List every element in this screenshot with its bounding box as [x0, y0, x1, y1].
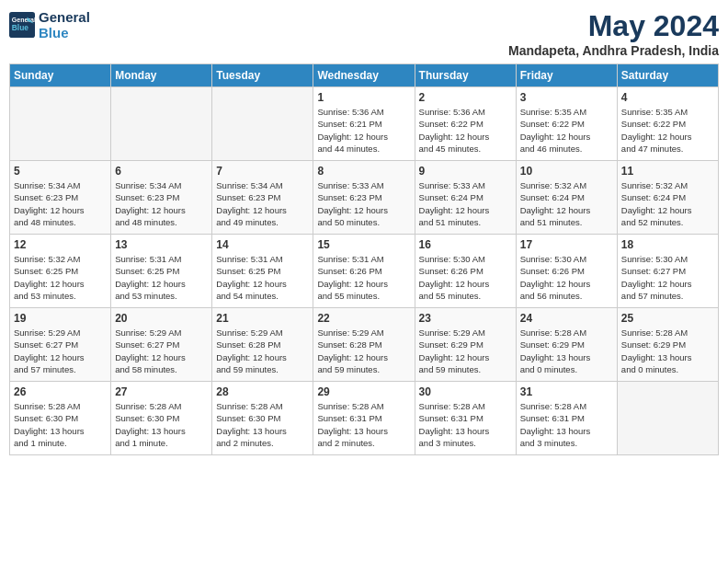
day-number: 18 [621, 238, 714, 251]
day-info: Sunrise: 5:28 AM Sunset: 6:30 PM Dayligh… [115, 400, 208, 449]
day-info: Sunrise: 5:33 AM Sunset: 6:23 PM Dayligh… [317, 179, 410, 228]
day-info: Sunrise: 5:30 AM Sunset: 6:26 PM Dayligh… [520, 253, 613, 302]
weekday-header: Tuesday [212, 64, 313, 87]
calendar-cell: 20Sunrise: 5:29 AM Sunset: 6:27 PM Dayli… [111, 308, 212, 382]
day-number: 10 [520, 165, 613, 178]
day-info: Sunrise: 5:32 AM Sunset: 6:24 PM Dayligh… [520, 179, 613, 228]
day-number: 19 [14, 312, 107, 325]
calendar-week-row: 5Sunrise: 5:34 AM Sunset: 6:23 PM Daylig… [10, 161, 719, 235]
day-info: Sunrise: 5:35 AM Sunset: 6:22 PM Dayligh… [621, 106, 714, 155]
day-info: Sunrise: 5:36 AM Sunset: 6:21 PM Dayligh… [317, 106, 410, 155]
day-number: 8 [317, 165, 410, 178]
calendar-cell [111, 87, 212, 161]
day-info: Sunrise: 5:34 AM Sunset: 6:23 PM Dayligh… [216, 179, 309, 228]
day-info: Sunrise: 5:29 AM Sunset: 6:27 PM Dayligh… [14, 327, 107, 375]
weekday-header: Friday [516, 64, 617, 87]
day-number: 1 [317, 91, 410, 104]
day-info: Sunrise: 5:34 AM Sunset: 6:23 PM Dayligh… [115, 179, 208, 228]
calendar-cell: 3Sunrise: 5:35 AM Sunset: 6:22 PM Daylig… [516, 87, 617, 161]
day-info: Sunrise: 5:28 AM Sunset: 6:29 PM Dayligh… [621, 327, 714, 375]
day-info: Sunrise: 5:36 AM Sunset: 6:22 PM Dayligh… [419, 106, 512, 155]
day-info: Sunrise: 5:32 AM Sunset: 6:25 PM Dayligh… [14, 253, 107, 302]
weekday-header: Thursday [415, 64, 516, 87]
day-number: 11 [621, 165, 714, 178]
calendar-week-row: 12Sunrise: 5:32 AM Sunset: 6:25 PM Dayli… [10, 235, 719, 308]
day-info: Sunrise: 5:32 AM Sunset: 6:24 PM Dayligh… [621, 179, 714, 228]
day-info: Sunrise: 5:30 AM Sunset: 6:27 PM Dayligh… [621, 253, 714, 302]
calendar-cell: 23Sunrise: 5:29 AM Sunset: 6:29 PM Dayli… [415, 308, 516, 382]
page-header: General Blue General Blue May 2024 Manda… [9, 9, 719, 58]
month-title: May 2024 [508, 9, 719, 43]
day-number: 12 [14, 238, 107, 251]
calendar-cell: 4Sunrise: 5:35 AM Sunset: 6:22 PM Daylig… [617, 87, 718, 161]
day-info: Sunrise: 5:29 AM Sunset: 6:28 PM Dayligh… [317, 327, 410, 375]
day-info: Sunrise: 5:34 AM Sunset: 6:23 PM Dayligh… [14, 179, 107, 228]
calendar-week-row: 19Sunrise: 5:29 AM Sunset: 6:27 PM Dayli… [10, 308, 719, 382]
day-info: Sunrise: 5:29 AM Sunset: 6:27 PM Dayligh… [115, 327, 208, 375]
calendar-cell: 28Sunrise: 5:28 AM Sunset: 6:30 PM Dayli… [212, 382, 313, 455]
calendar-cell: 16Sunrise: 5:30 AM Sunset: 6:26 PM Dayli… [415, 235, 516, 308]
svg-text:Blue: Blue [12, 23, 28, 32]
day-number: 3 [520, 91, 613, 104]
day-info: Sunrise: 5:31 AM Sunset: 6:25 PM Dayligh… [216, 253, 309, 302]
calendar-cell: 10Sunrise: 5:32 AM Sunset: 6:24 PM Dayli… [516, 161, 617, 235]
day-number: 30 [419, 385, 512, 398]
calendar-cell: 1Sunrise: 5:36 AM Sunset: 6:21 PM Daylig… [313, 87, 415, 161]
calendar-cell: 18Sunrise: 5:30 AM Sunset: 6:27 PM Dayli… [617, 235, 718, 308]
day-number: 24 [520, 312, 613, 325]
day-info: Sunrise: 5:28 AM Sunset: 6:31 PM Dayligh… [419, 400, 512, 449]
day-number: 20 [115, 312, 208, 325]
calendar-cell [10, 87, 111, 161]
day-info: Sunrise: 5:29 AM Sunset: 6:28 PM Dayligh… [216, 327, 309, 375]
calendar-cell: 14Sunrise: 5:31 AM Sunset: 6:25 PM Dayli… [212, 235, 313, 308]
day-number: 28 [216, 385, 309, 398]
day-number: 27 [115, 385, 208, 398]
logo-icon: General Blue [9, 12, 35, 38]
calendar-cell: 17Sunrise: 5:30 AM Sunset: 6:26 PM Dayli… [516, 235, 617, 308]
day-number: 15 [317, 238, 410, 251]
weekday-header: Sunday [10, 64, 111, 87]
calendar-week-row: 26Sunrise: 5:28 AM Sunset: 6:30 PM Dayli… [10, 382, 719, 455]
weekday-header: Saturday [617, 64, 718, 87]
logo-general: General [39, 9, 90, 25]
location: Mandapeta, Andhra Pradesh, India [508, 43, 719, 58]
day-number: 4 [621, 91, 714, 104]
calendar-week-row: 1Sunrise: 5:36 AM Sunset: 6:21 PM Daylig… [10, 87, 719, 161]
day-number: 5 [14, 165, 107, 178]
calendar-cell: 12Sunrise: 5:32 AM Sunset: 6:25 PM Dayli… [10, 235, 111, 308]
day-number: 14 [216, 238, 309, 251]
calendar-cell [617, 382, 718, 455]
day-number: 16 [419, 238, 512, 251]
calendar-cell: 30Sunrise: 5:28 AM Sunset: 6:31 PM Dayli… [415, 382, 516, 455]
calendar-cell: 6Sunrise: 5:34 AM Sunset: 6:23 PM Daylig… [111, 161, 212, 235]
day-info: Sunrise: 5:33 AM Sunset: 6:24 PM Dayligh… [419, 179, 512, 228]
day-number: 17 [520, 238, 613, 251]
day-info: Sunrise: 5:28 AM Sunset: 6:29 PM Dayligh… [520, 327, 613, 375]
day-number: 2 [419, 91, 512, 104]
day-number: 13 [115, 238, 208, 251]
day-number: 25 [621, 312, 714, 325]
day-number: 6 [115, 165, 208, 178]
day-info: Sunrise: 5:28 AM Sunset: 6:30 PM Dayligh… [14, 400, 107, 449]
calendar-cell: 19Sunrise: 5:29 AM Sunset: 6:27 PM Dayli… [10, 308, 111, 382]
logo-blue: Blue [39, 25, 90, 40]
logo: General Blue General Blue [9, 9, 90, 40]
day-info: Sunrise: 5:29 AM Sunset: 6:29 PM Dayligh… [419, 327, 512, 375]
day-info: Sunrise: 5:35 AM Sunset: 6:22 PM Dayligh… [520, 106, 613, 155]
calendar-cell: 7Sunrise: 5:34 AM Sunset: 6:23 PM Daylig… [212, 161, 313, 235]
calendar-cell [212, 87, 313, 161]
calendar-cell: 29Sunrise: 5:28 AM Sunset: 6:31 PM Dayli… [313, 382, 415, 455]
day-info: Sunrise: 5:28 AM Sunset: 6:31 PM Dayligh… [317, 400, 410, 449]
calendar-cell: 31Sunrise: 5:28 AM Sunset: 6:31 PM Dayli… [516, 382, 617, 455]
day-info: Sunrise: 5:31 AM Sunset: 6:25 PM Dayligh… [115, 253, 208, 302]
day-number: 21 [216, 312, 309, 325]
day-info: Sunrise: 5:31 AM Sunset: 6:26 PM Dayligh… [317, 253, 410, 302]
calendar-cell: 27Sunrise: 5:28 AM Sunset: 6:30 PM Dayli… [111, 382, 212, 455]
calendar-cell: 15Sunrise: 5:31 AM Sunset: 6:26 PM Dayli… [313, 235, 415, 308]
calendar-cell: 26Sunrise: 5:28 AM Sunset: 6:30 PM Dayli… [10, 382, 111, 455]
day-info: Sunrise: 5:28 AM Sunset: 6:30 PM Dayligh… [216, 400, 309, 449]
calendar-table: SundayMondayTuesdayWednesdayThursdayFrid… [9, 63, 719, 455]
day-number: 23 [419, 312, 512, 325]
calendar-cell: 2Sunrise: 5:36 AM Sunset: 6:22 PM Daylig… [415, 87, 516, 161]
day-number: 31 [520, 385, 613, 398]
